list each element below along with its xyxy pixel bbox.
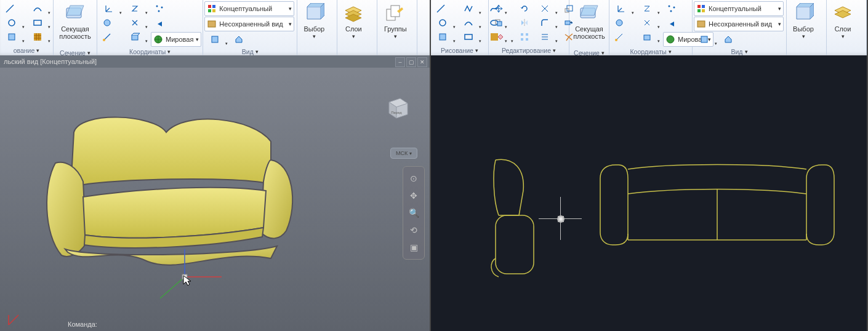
nav-wheel-icon[interactable]: ⊙ — [407, 172, 420, 185]
tool-polyline-icon[interactable]: ▾ — [458, 1, 483, 16]
ucs-x-icon[interactable]: ▾ — [124, 15, 149, 30]
panel-select-left: Выбор ▾ — [297, 0, 337, 55]
layers-button[interactable]: Слои ▾ — [339, 1, 368, 48]
minimize-button[interactable]: – — [395, 57, 405, 67]
ucs-world-icon[interactable] — [611, 15, 628, 30]
layers-label: Слои — [345, 25, 362, 33]
ucs-icon[interactable]: ▾ — [98, 1, 123, 16]
groups-label: Группы — [384, 25, 407, 33]
edit-move-icon[interactable] — [490, 1, 507, 16]
view-home-icon[interactable] — [230, 32, 247, 47]
section-plane-button[interactable]: Секущаяплоскость — [55, 1, 95, 48]
panel-select-right: Выбор ▾ — [787, 0, 827, 55]
ucs-z-icon[interactable]: ▾ — [124, 1, 149, 16]
ucs-3point-icon[interactable] — [151, 1, 168, 16]
svg-rect-32 — [497, 22, 502, 26]
ucs-icon[interactable]: ▾ — [611, 1, 635, 16]
visualstyle-combo-left[interactable]: Концептуальный ▾ — [204, 1, 294, 16]
msk-badge[interactable]: МСК▾ — [390, 148, 417, 159]
layers-button[interactable]: Слои ▾ — [828, 1, 858, 48]
panel-layers-left-title — [339, 48, 376, 55]
tool-line-icon[interactable] — [1, 1, 18, 16]
panel-section-left: Секущаяплоскость Сечение▾ — [54, 0, 97, 55]
savedview-combo-left[interactable]: Несохраненный вид ▾ — [204, 17, 294, 31]
view-top-icon[interactable]: ▾ — [204, 32, 229, 47]
panel-layers-left: Слои ▾ — [337, 0, 377, 55]
panel-groups-left: Группы ▾ — [377, 0, 417, 55]
edit-mirror-icon[interactable] — [516, 15, 533, 30]
edit-explode-icon[interactable] — [560, 30, 577, 44]
edit-erase-icon[interactable]: ▾ — [490, 30, 515, 44]
tool-arc-icon[interactable]: ▾ — [27, 1, 52, 16]
svg-point-46 — [670, 10, 672, 12]
edit-offset-icon[interactable]: ▾ — [534, 30, 559, 44]
ucs-prev-icon[interactable] — [663, 17, 680, 31]
panel-view-right: Концептуальный▾ Несохраненный вид▾ ▾ Вид… — [693, 0, 787, 55]
panel-draw-left: ▾ ▾ ▾ ▾ ▾ ование▾ — [0, 0, 54, 55]
section-plane-label-l1: Секущая — [61, 25, 89, 33]
ucs-z-icon[interactable]: ▾ — [637, 1, 661, 16]
svg-rect-53 — [701, 36, 707, 42]
edit-scale-icon[interactable] — [560, 1, 577, 16]
tool-box-icon[interactable]: ▾ — [432, 30, 457, 44]
tool-rect-icon[interactable]: ▾ — [458, 30, 483, 44]
nav-orbit-icon[interactable]: ⟲ — [407, 223, 420, 237]
ucs-3point-icon[interactable] — [663, 1, 680, 16]
tool-circle-icon[interactable]: ▾ — [432, 15, 457, 30]
nav-pan-icon[interactable]: ✥ — [407, 189, 420, 202]
view-top-icon[interactable]: ▾ — [694, 32, 718, 47]
viewcube[interactable]: Перед — [383, 92, 411, 121]
viewport-right[interactable] — [431, 55, 867, 331]
ucs-prev-icon[interactable] — [151, 17, 168, 31]
nav-rewind-icon[interactable]: ▣ — [407, 241, 420, 254]
svg-rect-33 — [521, 33, 523, 36]
svg-rect-39 — [565, 21, 570, 25]
maximize-button[interactable]: ▢ — [406, 57, 416, 67]
close-button[interactable]: ✕ — [417, 57, 427, 67]
panel-layers-right-title — [828, 48, 865, 55]
edit-array-icon[interactable] — [516, 30, 533, 44]
tool-rect-icon[interactable]: ▾ — [27, 15, 52, 30]
ucs-x-icon[interactable]: ▾ — [637, 15, 661, 30]
ucs-origin-icon[interactable] — [611, 30, 628, 44]
savedview-combo-left-label: Несохраненный вид — [219, 20, 283, 28]
svg-rect-54 — [496, 215, 534, 274]
panel-coords-right: ▾ ▾ ▾ ▾ Мировая▾ Координаты▾ — [609, 0, 693, 55]
tool-hatch-icon[interactable]: ▾ — [27, 30, 52, 44]
view-home-icon[interactable] — [720, 32, 737, 47]
edit-fillet-icon[interactable]: ▾ — [534, 15, 559, 30]
visualstyle-combo-right[interactable]: Концептуальный▾ — [694, 1, 784, 16]
world-combo-left-label: Мировая — [166, 36, 193, 43]
svg-rect-2 — [34, 20, 41, 25]
viewport-left[interactable]: льский вид [Концептуальный] – ▢ ✕ — [0, 55, 430, 331]
tool-line-icon[interactable] — [432, 1, 449, 16]
ucs-world-icon[interactable] — [98, 15, 116, 30]
svg-point-26 — [440, 20, 446, 26]
edit-stretch-icon[interactable] — [560, 15, 577, 30]
svg-rect-16 — [208, 21, 215, 27]
command-line[interactable]: Команда: — [68, 321, 97, 328]
groups-button[interactable]: Группы ▾ — [379, 1, 412, 48]
ucs-origin-icon[interactable] — [98, 30, 116, 44]
selection-button[interactable]: Выбор ▾ — [788, 1, 819, 48]
tool-box-icon[interactable]: ▾ — [1, 30, 26, 44]
svg-point-45 — [673, 7, 675, 9]
nav-zoom-icon[interactable]: 🔍 — [407, 206, 420, 220]
tool-circle-icon[interactable]: ▾ — [1, 15, 26, 30]
edit-trim-icon[interactable]: ▾ — [534, 1, 559, 16]
ucs-face-icon[interactable]: ▾ — [637, 30, 661, 44]
edit-copy-icon[interactable] — [490, 15, 507, 30]
svg-rect-43 — [644, 35, 650, 40]
svg-rect-48 — [697, 5, 701, 8]
edit-rotate-icon[interactable] — [516, 1, 533, 16]
svg-rect-7 — [132, 35, 138, 40]
selection-button[interactable]: Выбор ▾ — [299, 1, 329, 48]
ucs-face-icon[interactable]: ▾ — [124, 30, 149, 44]
world-combo-left[interactable]: Мировая ▾ — [151, 32, 201, 47]
svg-point-47 — [667, 36, 674, 43]
panel-draw-right-label: Рисование — [441, 46, 473, 55]
svg-rect-52 — [697, 21, 705, 27]
panel-draw-left-title: ование▾ — [1, 46, 52, 55]
savedview-combo-right[interactable]: Несохраненный вид▾ — [694, 17, 784, 31]
tool-arc-icon[interactable]: ▾ — [458, 15, 483, 30]
